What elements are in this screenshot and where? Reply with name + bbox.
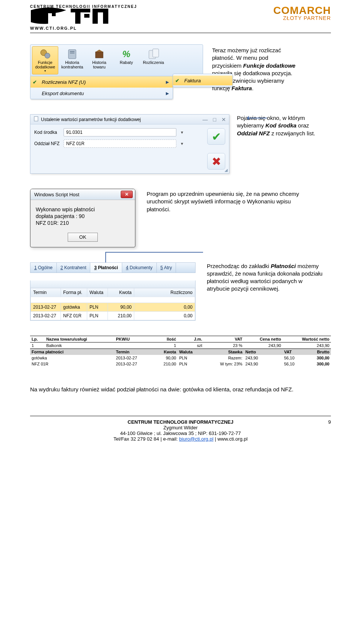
- page-footer: CENTRUM TECHNOLOGII INFORMATYCZNEJ Zygmu…: [30, 416, 331, 442]
- callout-arrow: [248, 118, 267, 118]
- minimize-icon[interactable]: —: [203, 117, 208, 123]
- comarch-logo: COMARCH ZŁOTY PARTNER: [273, 5, 331, 21]
- ribbon-toolbar: Funkcje dodatkowe ▾ Historia kontrahenta: [30, 44, 203, 76]
- dialog-title: Ustalenie wartości parametrów funkcji do…: [41, 117, 141, 122]
- tab-platnosci[interactable]: 3 Płatności: [90, 263, 122, 273]
- ribbon-btn-funkcje[interactable]: Funkcje dodatkowe ▾: [32, 46, 58, 74]
- wsh-message: Wykonano wpis płatności dopłata pacjenta…: [30, 200, 135, 229]
- tab-dokumenty[interactable]: 4 Dokumenty: [122, 263, 157, 273]
- wsh-close-button[interactable]: ✕: [121, 191, 133, 198]
- tab-atrybuty[interactable]: 5 Atry: [157, 263, 176, 273]
- counterparty-history-icon: [66, 48, 78, 60]
- wsh-ok-button[interactable]: OK: [68, 233, 98, 242]
- grid-row[interactable]: 2013-02-27NFZ 01RPLN210,000,00: [31, 311, 195, 320]
- field-kod-srodka[interactable]: [64, 128, 176, 136]
- col-waluta[interactable]: Waluta: [87, 288, 108, 297]
- menu-eksport[interactable]: Eksport dokumentu ▶: [30, 88, 173, 99]
- footer-email-link[interactable]: biuro@cti.org.pl: [179, 436, 213, 442]
- submenu-arrow-icon: ▶: [166, 80, 169, 85]
- svg-rect-11: [34, 117, 38, 121]
- ribbon-btn-rozliczenia[interactable]: Rozliczenia: [140, 46, 167, 74]
- ribbon-label: Funkcje dodatkowe: [33, 60, 57, 69]
- svg-rect-0: [52, 12, 56, 16]
- wsh-dialog: Windows Script Host ✕ Wykonano wpis płat…: [30, 189, 135, 247]
- ribbon-btn-hist-kontr[interactable]: Historia kontrahenta: [59, 46, 85, 74]
- tab-kontrahent[interactable]: 2 Kontrahent: [57, 263, 91, 273]
- svg-marker-8: [96, 50, 103, 52]
- ribbon-label: Rozliczenia: [143, 60, 164, 65]
- ribbon-label: Historia kontrahenta: [60, 60, 84, 69]
- cancel-button[interactable]: ✖: [207, 153, 225, 170]
- col-rozliczono[interactable]: Rozliczono: [134, 288, 195, 297]
- callout-line: [105, 252, 106, 262]
- svg-rect-7: [96, 52, 103, 58]
- payments-panel: 1 1 OgólneOgólne 2 Kontrahent 3 Płatnośc…: [30, 262, 196, 321]
- col-kwota[interactable]: Kwota: [108, 288, 134, 297]
- col-termin[interactable]: Termin: [31, 288, 61, 297]
- paragraph-4: Przechodząc do zakładki Płatności możemy…: [207, 262, 331, 293]
- callout-line: [105, 252, 203, 253]
- dropdown-icon[interactable]: ▾: [179, 141, 185, 146]
- submenu-label: Faktura: [184, 78, 201, 83]
- grid-group-bar[interactable]: [30, 280, 195, 288]
- cti-logo: CENTRUM TECHNOLOGII INFORMATYCZNEJ WWW.C…: [30, 5, 137, 30]
- menu-rozliczenia-nfz[interactable]: ✔ Rozliczenia NFZ (U) ▶ ✔ Faktura: [30, 76, 173, 88]
- svg-rect-10: [153, 49, 159, 57]
- svg-rect-6: [70, 53, 74, 53]
- percent-icon: %: [120, 48, 132, 60]
- goods-history-icon: [93, 48, 105, 60]
- maximize-icon[interactable]: □: [213, 117, 216, 123]
- checkmark-icon: ✔: [212, 130, 221, 143]
- ribbon-label: Historia towaru: [87, 60, 111, 69]
- page-header: CENTRUM TECHNOLOGII INFORMATYCZNEJ WWW.C…: [30, 0, 331, 33]
- wsh-title: Windows Script Host: [34, 192, 79, 197]
- cti-url-text: WWW.CTI.ORG.PL: [30, 26, 137, 30]
- settlements-icon: [147, 48, 159, 60]
- cross-icon: ✖: [212, 155, 221, 168]
- field-label-nfz: Oddział NFZ: [34, 141, 61, 146]
- menu-faktura[interactable]: ✔ Faktura: [173, 76, 232, 85]
- tab-ogolne[interactable]: 1 1 OgólneOgólne: [30, 263, 57, 273]
- invoice-print-table: Lp. Nazwa towaru/usługi PKWiU Ilość J.m.…: [30, 336, 331, 367]
- close-icon[interactable]: ✕: [221, 117, 226, 123]
- grid-row[interactable]: 2013-02-27gotówkaPLN90,000,00: [31, 303, 195, 311]
- submenu-arrow-icon: ▶: [166, 91, 169, 96]
- submenu-faktura: ✔ Faktura: [173, 74, 233, 87]
- menu-label: Rozliczenia NFZ (U): [42, 79, 86, 85]
- page-number: 9: [328, 419, 331, 425]
- dialog-doc-icon: [33, 116, 39, 123]
- resize-grip-icon[interactable]: ◢: [224, 168, 228, 173]
- menu-label: Eksport dokumentu: [42, 91, 84, 96]
- paragraph-5: Na wydruku faktury również widać podział…: [30, 386, 331, 393]
- svg-rect-5: [70, 51, 74, 52]
- ribbon-btn-hist-towaru[interactable]: Historia towaru: [86, 46, 112, 74]
- funkcje-dropdown: ✔ Rozliczenia NFZ (U) ▶ ✔ Faktura Ekspor…: [30, 76, 173, 99]
- svg-rect-1: [84, 14, 89, 18]
- svg-point-3: [45, 53, 50, 58]
- accept-button[interactable]: ✔: [207, 128, 225, 145]
- field-label-kod: Kod środka: [34, 130, 61, 135]
- ribbon-btn-rabaty[interactable]: % Rabaty: [113, 46, 140, 74]
- field-oddzial-nfz[interactable]: [64, 139, 176, 148]
- check-icon: ✔: [33, 79, 38, 85]
- params-dialog: Ustalenie wartości parametrów funkcji do…: [30, 114, 229, 174]
- payments-grid: Termin Forma pł. Waluta Kwota Rozliczono…: [30, 288, 195, 320]
- check-icon: ✔: [175, 78, 180, 83]
- dropdown-icon[interactable]: ▾: [179, 130, 185, 135]
- paragraph-3: Program po uprzednim upewnieniu się, że …: [147, 189, 331, 213]
- gears-icon: [39, 48, 51, 60]
- ribbon-label: Rabaty: [120, 60, 133, 65]
- col-forma[interactable]: Forma pł.: [61, 288, 87, 297]
- svg-rect-4: [68, 50, 76, 59]
